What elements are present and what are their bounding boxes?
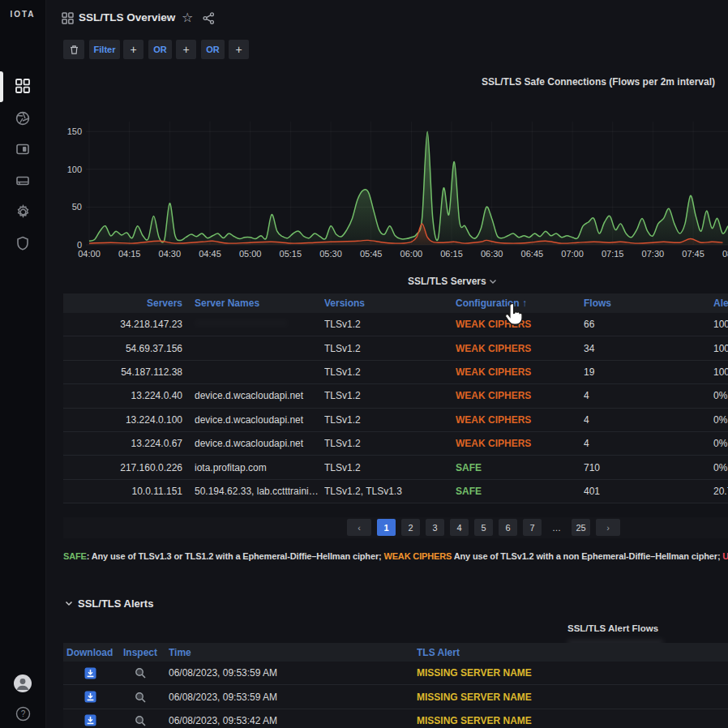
column-header-download[interactable]: Download: [66, 643, 117, 662]
table-row[interactable]: 54.187.112.38 TLSv1.2 WEAK CIPHERS 19 10…: [63, 361, 728, 384]
gear-icon: [15, 204, 31, 220]
table-row[interactable]: 34.218.147.23 TLSv1.2 WEAK CIPHERS 66 10…: [63, 313, 728, 336]
iota-logo: IOTA: [0, 10, 45, 19]
redaction-smudge: [195, 319, 288, 327]
column-header-versions[interactable]: Versions: [324, 293, 450, 313]
pagination-page-7[interactable]: 7: [523, 519, 542, 536]
pagination-page-5[interactable]: 5: [474, 519, 493, 536]
sidebar: IOTA ?: [0, 0, 46, 728]
screen-icon: [15, 142, 30, 156]
alerts-percent: 100%: [713, 361, 728, 383]
sidebar-item-dashboards[interactable]: [0, 78, 45, 94]
add-filter-button-2[interactable]: +: [176, 40, 196, 59]
avatar-icon: [14, 674, 32, 692]
sidebar-item-settings[interactable]: [0, 204, 45, 220]
svg-text:04:00: 04:00: [78, 249, 101, 259]
sidebar-item-sessions[interactable]: [0, 142, 45, 156]
delete-filter-button[interactable]: [63, 40, 84, 59]
inspect-button[interactable]: [135, 685, 151, 708]
alerts-percent: 0%: [713, 409, 728, 431]
svg-text:07:30: 07:30: [642, 249, 665, 259]
pagination-page-25[interactable]: 25: [572, 519, 590, 536]
alerts-percent: 20.7%: [713, 480, 728, 503]
download-button[interactable]: [84, 685, 101, 708]
servers-panel-title[interactable]: SSL/TLS Servers: [120, 276, 728, 287]
filter-button[interactable]: Filter: [89, 40, 120, 59]
server-ip: 34.218.147.23: [63, 313, 182, 336]
pagination-page-3[interactable]: 3: [426, 519, 444, 536]
column-header-alerts-[interactable]: Alerts %: [713, 293, 728, 313]
inspect-button[interactable]: [135, 662, 151, 684]
favorite-star-icon[interactable]: ☆: [182, 10, 193, 25]
grid-icon: [15, 78, 31, 94]
alerts-section-title: SSL/TLS Alerts: [78, 597, 153, 610]
pagination-page-2[interactable]: 2: [401, 519, 420, 536]
pagination: ‹1234567…25›: [347, 519, 620, 536]
column-header-flows[interactable]: Flows: [584, 293, 707, 313]
servers-table: 34.218.147.23 TLSv1.2 WEAK CIPHERS 66 10…: [63, 313, 728, 503]
legend-segment: SAFE: [63, 551, 87, 561]
add-filter-button-3[interactable]: +: [229, 40, 249, 59]
svg-text:05:45: 05:45: [360, 249, 383, 259]
alert-row: 06/08/2023, 09:53:42 AM MISSING SERVER N…: [63, 709, 728, 728]
config-legend: SAFE: Any use of TLSv1.3 or TLS1.2 with …: [63, 551, 728, 561]
share-icon[interactable]: [203, 12, 215, 28]
column-header-time[interactable]: Time: [169, 643, 404, 662]
column-header-server-names[interactable]: Server Names: [195, 293, 318, 313]
dashboard-grid-icon[interactable]: [62, 12, 74, 28]
add-filter-button[interactable]: +: [123, 40, 143, 59]
shield-icon: [15, 236, 30, 251]
alert-row: 06/08/2023, 09:53:59 AM MISSING SERVER N…: [63, 662, 728, 685]
pagination-page-1[interactable]: 1: [377, 519, 396, 536]
table-row[interactable]: 13.224.0.67 device.d.wcacloudapi.net TLS…: [63, 432, 728, 456]
pagination-nav[interactable]: ‹: [347, 519, 371, 536]
user-avatar[interactable]: [0, 674, 45, 692]
alerts-percent: 100%: [713, 313, 728, 336]
server-ip: 13.224.0.67: [63, 432, 182, 455]
download-button[interactable]: [84, 709, 101, 728]
server-ip: 13.224.0.40: [63, 384, 182, 407]
pagination-nav[interactable]: ›: [596, 519, 620, 536]
trash-icon: [69, 45, 79, 55]
configuration: WEAK CIPHERS: [456, 336, 577, 359]
pagination-page-6[interactable]: 6: [499, 519, 517, 536]
server-ip: 54.69.37.156: [63, 336, 182, 359]
sidebar-item-storage[interactable]: [0, 173, 45, 188]
help-button[interactable]: ?: [0, 706, 45, 722]
svg-text:04:30: 04:30: [159, 249, 182, 259]
table-row[interactable]: 54.69.37.156 TLSv1.2 WEAK CIPHERS 34 100…: [63, 336, 728, 360]
sidebar-item-security[interactable]: [0, 236, 45, 251]
versions: TLSv1.2, TLSv1.3: [324, 480, 450, 503]
magnifier-icon: [135, 667, 146, 679]
table-row[interactable]: 10.0.11.151 50.194.62.33, lab.cctttraini…: [63, 480, 728, 503]
inspect-button[interactable]: [135, 709, 151, 728]
download-button[interactable]: [84, 662, 101, 684]
alerts-table: 06/08/2023, 09:53:59 AM MISSING SERVER N…: [63, 662, 728, 728]
alerts-section-header[interactable]: SSL/TLS Alerts: [65, 597, 153, 610]
configuration: WEAK CIPHERS: [456, 409, 577, 431]
or-button-1[interactable]: OR: [148, 40, 172, 59]
configuration: SAFE: [456, 456, 577, 478]
alert-time: 06/08/2023, 09:53:42 AM: [169, 709, 404, 728]
or-button-2[interactable]: OR: [201, 40, 225, 59]
alerts-percent: 0%: [713, 432, 728, 455]
svg-text:08:00: 08:00: [722, 249, 728, 259]
column-header-tls-alert[interactable]: TLS Alert: [417, 643, 728, 662]
svg-text:05:00: 05:00: [239, 249, 262, 259]
svg-text:05:15: 05:15: [280, 249, 302, 259]
sidebar-item-aperture[interactable]: [0, 111, 45, 126]
table-row[interactable]: 217.160.0.226 iota.profitap.com TLSv1.2 …: [63, 456, 728, 479]
chart-title: SSL/TLS Safe Connections (Flows per 2m i…: [482, 76, 715, 88]
configuration: WEAK CIPHERS: [456, 384, 577, 407]
pagination-page-4[interactable]: 4: [450, 519, 469, 536]
alerts-percent: 0%: [713, 456, 728, 478]
column-header-inspect[interactable]: Inspect: [123, 643, 165, 662]
table-row[interactable]: 13.224.0.40 device.d.wcacloudapi.net TLS…: [63, 384, 728, 408]
alerts-table-header: DownloadInspectTimeTLS Alert: [63, 643, 728, 662]
svg-text:04:15: 04:15: [118, 249, 141, 259]
servers-table-header: ServersServer NamesVersionsConfiguration…: [63, 293, 728, 313]
server-names: device.d.wcacloudapi.net: [195, 432, 318, 455]
column-header-servers[interactable]: Servers: [63, 293, 182, 313]
server-ip: 10.0.11.151: [63, 480, 182, 503]
table-row[interactable]: 13.224.0.100 device.d.wcacloudapi.net TL…: [63, 409, 728, 432]
